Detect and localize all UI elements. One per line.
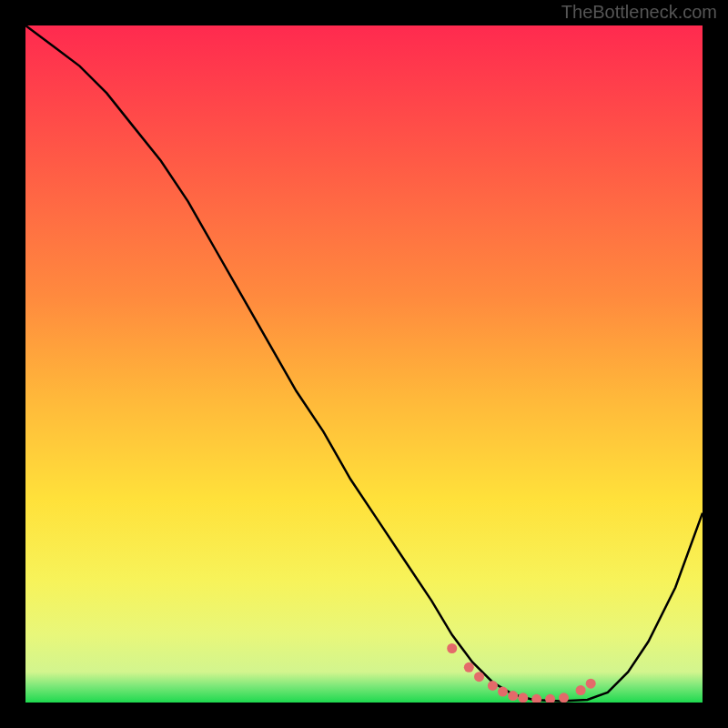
dot-marker	[518, 693, 528, 703]
chart	[25, 25, 703, 703]
watermark: TheBottleneck.com	[561, 2, 717, 23]
dot-marker	[508, 691, 518, 701]
dot-marker	[447, 643, 457, 653]
dot-marker	[464, 662, 474, 672]
dot-marker	[498, 687, 508, 697]
chart-svg	[25, 25, 703, 703]
dot-marker	[474, 672, 484, 682]
dot-marker	[488, 681, 498, 691]
dot-marker	[576, 685, 586, 695]
dot-marker	[586, 679, 596, 689]
gradient-background	[25, 25, 703, 703]
dot-marker	[559, 693, 569, 703]
